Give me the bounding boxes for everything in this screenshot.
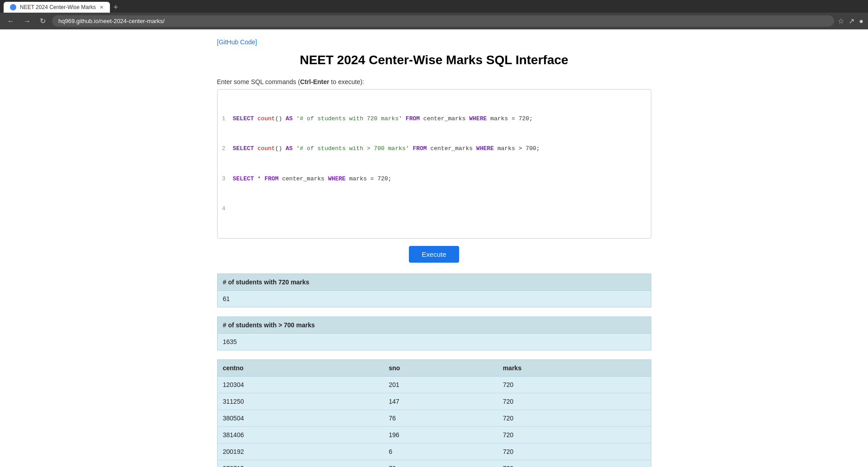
table-row: 38050476720 <box>217 410 651 427</box>
result2-value: 1635 <box>217 334 651 350</box>
cell-centno: 381406 <box>217 427 383 443</box>
back-button[interactable]: ← <box>5 16 17 26</box>
result-section-1: # of students with 720 marks 61 <box>217 274 651 307</box>
cell-marks: 720 <box>498 443 651 460</box>
result-table-3: centnosnomarks 1203042017203112501477203… <box>217 359 651 467</box>
cell-marks: 720 <box>498 377 651 393</box>
table-row: 61 <box>217 291 651 307</box>
result1-value: 61 <box>217 291 651 307</box>
column-header-marks: marks <box>498 360 651 377</box>
cell-sno: 147 <box>383 393 497 410</box>
column-header-centno: centno <box>217 360 383 377</box>
result1-header: # of students with 720 marks <box>217 274 651 291</box>
cell-sno: 6 <box>383 443 497 460</box>
table-row: 311250147720 <box>217 393 651 410</box>
tab-close-button[interactable]: ✕ <box>100 5 104 10</box>
sql-section: Enter some SQL commands (Ctrl-Enter to e… <box>217 78 651 239</box>
column-header-sno: sno <box>383 360 497 377</box>
github-link[interactable]: [GitHub Code] <box>217 38 257 46</box>
page-title: NEET 2024 Center-Wise Marks SQL Interfac… <box>217 53 651 67</box>
table-row: 381406196720 <box>217 427 651 443</box>
cell-marks: 720 <box>498 410 651 427</box>
table-row: 2001926720 <box>217 443 651 460</box>
table-row: 27071570720 <box>217 460 651 467</box>
url-bar[interactable] <box>52 15 834 27</box>
page-content: [GitHub Code] NEET 2024 Center-Wise Mark… <box>208 29 660 467</box>
browser-tab-bar: NEET 2024 Center-Wise Marks ✕ + <box>0 0 868 13</box>
cell-sno: 196 <box>383 427 497 443</box>
github-link-container: [GitHub Code] <box>217 38 651 46</box>
browser-tab[interactable]: NEET 2024 Center-Wise Marks ✕ <box>4 2 110 13</box>
result2-header: # of students with > 700 marks <box>217 317 651 334</box>
cell-marks: 720 <box>498 460 651 467</box>
cell-sno: 76 <box>383 410 497 427</box>
result-table-2: # of students with > 700 marks 1635 <box>217 316 651 350</box>
tab-favicon <box>10 4 16 10</box>
cell-centno: 200192 <box>217 443 383 460</box>
nav-icons: ☆ ↗ ● <box>838 17 863 25</box>
profile-icon[interactable]: ● <box>859 17 863 25</box>
cell-sno: 201 <box>383 377 497 393</box>
table-row: 1635 <box>217 334 651 350</box>
cell-centno: 380504 <box>217 410 383 427</box>
reload-button[interactable]: ↻ <box>37 16 48 26</box>
sql-editor[interactable]: 1 SELECT count () AS '# of students with… <box>217 89 651 239</box>
tab-title: NEET 2024 Center-Wise Marks <box>20 4 96 10</box>
result-section-3: centnosnomarks 1203042017203112501477203… <box>217 359 651 467</box>
browser-nav-bar: ← → ↻ ☆ ↗ ● <box>0 13 868 29</box>
bookmark-icon[interactable]: ☆ <box>838 17 844 25</box>
new-tab-button[interactable]: + <box>110 3 122 12</box>
cell-marks: 720 <box>498 393 651 410</box>
result-table-1: # of students with 720 marks 61 <box>217 274 651 307</box>
cell-centno: 270715 <box>217 460 383 467</box>
sql-line-1: 1 SELECT count () AS '# of students with… <box>222 114 646 124</box>
sql-label: Enter some SQL commands (Ctrl-Enter to e… <box>217 78 651 85</box>
sql-line-4: 4 <box>222 204 646 214</box>
sql-line-2: 2 SELECT count () AS '# of students with… <box>222 144 646 154</box>
share-icon[interactable]: ↗ <box>849 17 854 25</box>
execute-btn-container: Execute <box>217 246 651 263</box>
execute-button[interactable]: Execute <box>409 246 459 263</box>
cell-sno: 70 <box>383 460 497 467</box>
cell-centno: 120304 <box>217 377 383 393</box>
forward-button[interactable]: → <box>21 16 33 26</box>
table-row: 120304201720 <box>217 377 651 393</box>
sql-line-3: 3 SELECT * FROM center_marks WHERE marks… <box>222 174 646 184</box>
result-section-2: # of students with > 700 marks 1635 <box>217 316 651 350</box>
cell-marks: 720 <box>498 427 651 443</box>
cell-centno: 311250 <box>217 393 383 410</box>
